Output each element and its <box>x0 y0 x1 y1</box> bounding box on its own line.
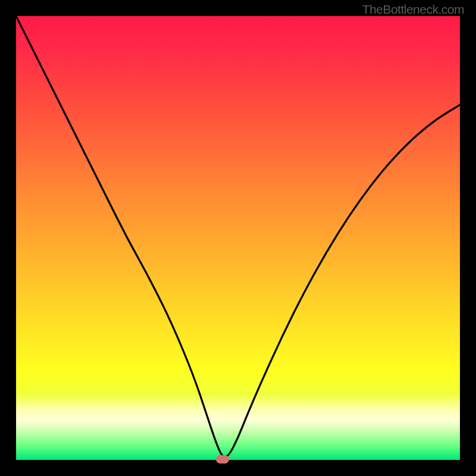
bottleneck-curve-line <box>16 16 460 457</box>
chart-plot-area <box>16 16 460 460</box>
minimum-marker <box>216 455 229 464</box>
curve-svg <box>16 16 460 460</box>
watermark-text: TheBottleneck.com <box>362 2 464 17</box>
